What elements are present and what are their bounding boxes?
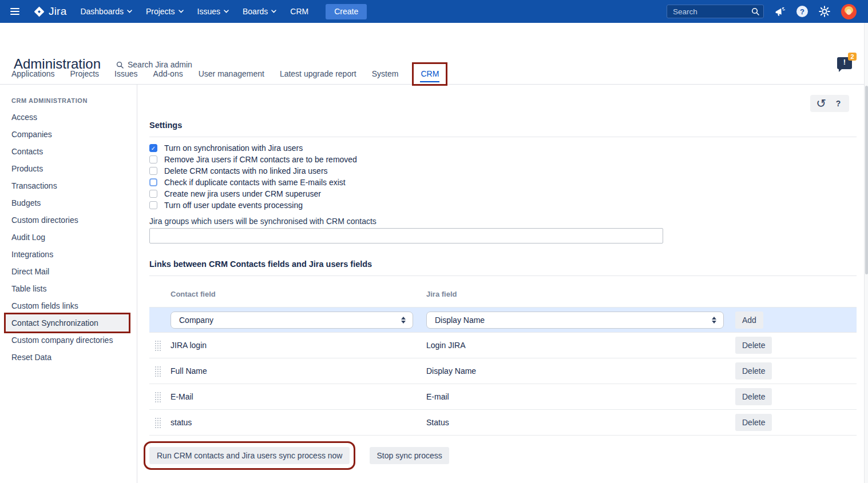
- setting-row: Turn off user update events processing: [149, 199, 357, 211]
- global-search-input[interactable]: [667, 5, 764, 18]
- checkbox-create-users-superuser[interactable]: [149, 190, 157, 198]
- tab-user-management[interactable]: User management: [199, 64, 264, 84]
- contact-field-select[interactable]: Company: [171, 312, 413, 329]
- sidebar-item-custom-company-directories[interactable]: Custom company directories: [0, 332, 137, 349]
- megaphone-icon[interactable]: [775, 7, 786, 17]
- sidebar-item-custom-directories[interactable]: Custom directories: [0, 211, 137, 229]
- checkbox-turn-on-sync[interactable]: ✓: [149, 144, 157, 152]
- column-jira-field: Jira field: [426, 290, 735, 298]
- checkbox-check-duplicates[interactable]: [149, 178, 157, 186]
- new-link-row: Company Display Name Add: [149, 308, 857, 333]
- sync-actions: Run CRM contacts and Jira users sync pro…: [149, 447, 449, 464]
- check-icon: ✓: [151, 145, 156, 151]
- global-search: [667, 5, 764, 18]
- table-row: E-Mail E-mail Delete: [149, 384, 857, 410]
- main-content: ↺ ? Settings ✓ Turn on synchronisation w…: [138, 85, 868, 483]
- table-row: Full Name Display Name Delete: [149, 358, 857, 384]
- chevron-down-icon: [271, 10, 276, 13]
- nav-dashboards[interactable]: Dashboards: [80, 7, 132, 16]
- tab-issues[interactable]: Issues: [114, 64, 137, 84]
- create-button[interactable]: Create: [326, 4, 367, 19]
- jira-groups-label: Jira groups which users will be synchron…: [149, 217, 376, 226]
- run-sync-button[interactable]: Run CRM contacts and Jira users sync pro…: [149, 447, 350, 464]
- sidebar-item-transactions[interactable]: Transactions: [0, 177, 137, 194]
- stop-sync-button[interactable]: Stop sync process: [370, 447, 449, 464]
- divider: [149, 137, 857, 137]
- chevron-down-icon: [224, 10, 229, 13]
- sidebar-item-products[interactable]: Products: [0, 160, 137, 177]
- add-button[interactable]: Add: [735, 312, 763, 329]
- select-arrows-icon: [401, 317, 406, 324]
- nav-crm[interactable]: CRM: [290, 7, 308, 16]
- sidebar-item-access[interactable]: Access: [0, 109, 137, 126]
- refresh-icon[interactable]: ↺: [812, 95, 830, 112]
- top-navbar: Jira Dashboards Projects Issues Boards C…: [0, 0, 868, 23]
- drag-handle-icon[interactable]: [154, 392, 161, 402]
- tab-latest-upgrade-report[interactable]: Latest upgrade report: [280, 64, 356, 84]
- delete-button[interactable]: Delete: [735, 362, 772, 380]
- drag-handle-icon[interactable]: [154, 366, 161, 377]
- sidebar-item-contacts[interactable]: Contacts: [0, 143, 137, 160]
- sidebar-item-custom-fields-links[interactable]: Custom fields links: [0, 297, 137, 314]
- setting-row: Check if duplicate contacts with same E-…: [149, 177, 357, 188]
- user-avatar[interactable]: [841, 4, 857, 19]
- sidebar-item-reset-data[interactable]: Reset Data: [0, 349, 137, 366]
- delete-button[interactable]: Delete: [735, 414, 772, 431]
- notification-badge: 2: [848, 53, 857, 61]
- sidebar-item-contact-synchronization[interactable]: Contact Synchronization: [6, 314, 129, 332]
- setting-row: ✓ Turn on synchronisation with Jira user…: [149, 142, 357, 154]
- links-heading: Links between CRM Contacts fields and Ji…: [149, 260, 372, 269]
- search-icon: [751, 7, 759, 15]
- help-icon[interactable]: ?: [796, 6, 808, 17]
- drag-handle-icon[interactable]: [154, 340, 161, 351]
- divider: [149, 276, 857, 276]
- chevron-down-icon: [127, 10, 132, 13]
- checkbox-turn-off-update-events[interactable]: [149, 201, 157, 209]
- jira-logo[interactable]: Jira: [33, 5, 66, 18]
- settings-checkbox-group: ✓ Turn on synchronisation with Jira user…: [149, 142, 357, 211]
- crm-admin-sidebar: CRM ADMINISTRATION Access Companies Cont…: [0, 85, 137, 483]
- admin-tabs: Applications Projects Issues Add-ons Use…: [0, 64, 868, 85]
- table-row: JIRA login Login JIRA Delete: [149, 333, 857, 358]
- nav-boards[interactable]: Boards: [243, 7, 276, 16]
- field-links-table: Contact field Jira field Company Display…: [149, 281, 857, 436]
- setting-row: Remove Jira users if CRM contacts are to…: [149, 154, 357, 165]
- jira-field-select[interactable]: Display Name: [426, 312, 724, 329]
- settings-heading: Settings: [149, 121, 182, 130]
- scrollbar-thumb[interactable]: [865, 86, 868, 274]
- delete-button[interactable]: Delete: [735, 388, 772, 405]
- tab-crm[interactable]: CRM: [414, 64, 446, 84]
- drag-handle-icon[interactable]: [154, 417, 161, 428]
- sidebar-item-integrations[interactable]: Integrations: [0, 246, 137, 263]
- sidebar-item-direct-mail[interactable]: Direct Mail: [0, 263, 137, 280]
- tab-system[interactable]: System: [372, 64, 399, 84]
- sidebar-section-title: CRM ADMINISTRATION: [0, 85, 137, 109]
- sidebar-item-budgets[interactable]: Budgets: [0, 194, 137, 211]
- delete-button[interactable]: Delete: [735, 337, 772, 354]
- select-arrows-icon: [712, 317, 716, 324]
- table-header-row: Contact field Jira field: [149, 281, 857, 308]
- tab-projects[interactable]: Projects: [70, 64, 100, 84]
- sidebar-item-audit-log[interactable]: Audit Log: [0, 229, 137, 246]
- gear-icon[interactable]: [819, 6, 830, 17]
- setting-row: Create new jira users under CRM superuse…: [149, 188, 357, 199]
- brand-name: Jira: [49, 5, 66, 18]
- column-contact-field: Contact field: [171, 290, 426, 298]
- chevron-down-icon: [179, 10, 184, 13]
- sidebar-item-companies[interactable]: Companies: [0, 126, 137, 143]
- page-help-button[interactable]: ?: [830, 95, 847, 112]
- page-tools: ↺ ?: [810, 95, 849, 112]
- tab-applications[interactable]: Applications: [11, 64, 55, 84]
- sidebar-item-table-lists[interactable]: Table lists: [0, 280, 137, 297]
- table-row: status Status Delete: [149, 410, 857, 436]
- setting-row: Delete CRM contacts with no linked Jira …: [149, 165, 357, 177]
- nav-projects[interactable]: Projects: [146, 7, 184, 16]
- jira-logo-icon: [33, 6, 45, 18]
- nav-issues[interactable]: Issues: [197, 7, 229, 16]
- page-scrollbar[interactable]: [864, 23, 868, 483]
- hamburger-menu-icon[interactable]: [10, 8, 19, 15]
- checkbox-delete-crm-contacts[interactable]: [149, 167, 157, 175]
- jira-groups-input[interactable]: [149, 228, 663, 244]
- tab-add-ons[interactable]: Add-ons: [153, 64, 183, 84]
- checkbox-remove-jira-users[interactable]: [149, 155, 157, 163]
